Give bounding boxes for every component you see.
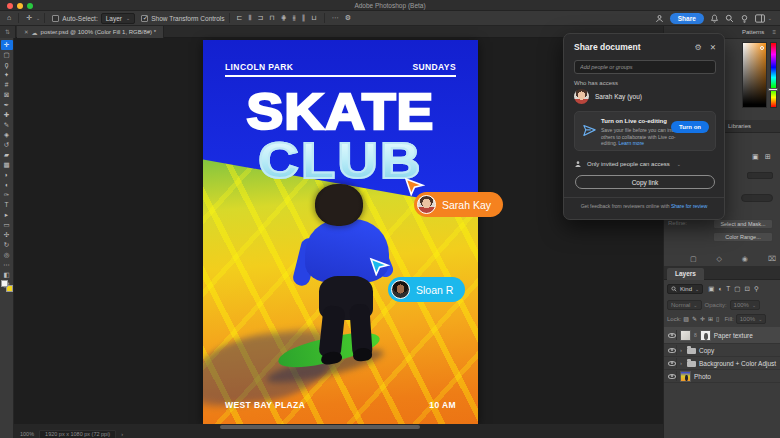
lock-position-icon[interactable]: ✛ [700, 315, 705, 322]
access-setting-row[interactable]: Only invited people can access ⌄ [574, 160, 681, 168]
document-tab[interactable]: ✕ ☁ poster.psd @ 100% (Color Fill 1, RGB… [17, 26, 164, 38]
tab-libraries[interactable]: Libraries [728, 123, 751, 129]
visibility-eye-icon[interactable] [667, 358, 677, 368]
group-expand-icon[interactable]: › [680, 347, 684, 353]
workspace-switcher-icon[interactable] [755, 14, 765, 23]
poster-document[interactable]: SKATE CLUB LINCOLN PARK SUNDAYS WEST BAY… [203, 40, 478, 424]
panel-menu-icon[interactable]: ≡ [772, 29, 776, 35]
filter-type-layers-icon[interactable]: T [726, 285, 730, 293]
type-tool[interactable]: T [1, 200, 13, 210]
tool-preset-chevron-icon[interactable]: ⌄ [36, 15, 40, 21]
filter-shape-layers-icon[interactable]: ▢ [734, 285, 740, 293]
scrollbar-thumb[interactable] [220, 425, 420, 429]
layer-thumbnail[interactable] [680, 330, 691, 341]
move-tool-preset-icon[interactable]: ✛ [26, 13, 32, 23]
blend-mode-dropdown[interactable]: Normal⌄ [667, 300, 702, 310]
brush-tool[interactable]: ✎ [1, 120, 13, 130]
move-tool[interactable]: ✛ [1, 40, 13, 50]
layer-row-photo[interactable]: Photo [664, 370, 780, 383]
add-people-input[interactable] [574, 60, 716, 74]
discover-icon[interactable] [740, 14, 749, 23]
collaborator-pill-sarah[interactable]: Sarah Kay [414, 192, 503, 217]
align-horizontal-centers-icon[interactable]: ⫴ [248, 13, 251, 23]
foreground-color-swatch[interactable] [1, 280, 8, 287]
path-selection-tool[interactable]: ▸ [1, 210, 13, 220]
blur-tool[interactable]: ◗ [1, 170, 13, 180]
mask-thumbnail-icon[interactable]: ▢ [690, 255, 697, 263]
healing-brush-tool[interactable]: ✚ [1, 110, 13, 120]
shape-tool[interactable]: ▭ [1, 220, 13, 230]
group-expand-icon[interactable]: › [680, 360, 684, 366]
copy-link-button[interactable]: Copy link [575, 175, 715, 189]
lock-transparency-icon[interactable]: ▨ [683, 315, 689, 322]
workspace-settings-gear-icon[interactable]: ⚙ [345, 13, 351, 23]
filter-smart-objects-icon[interactable]: ⊡ [744, 285, 749, 293]
marquee-tool[interactable]: ▢ [1, 50, 13, 60]
filter-pin-icon[interactable]: ⚲ [754, 285, 759, 293]
library-item-icon[interactable]: ▣ [752, 153, 759, 161]
notifications-bell-icon[interactable] [710, 14, 719, 23]
share-settings-gear-icon[interactable]: ⚙ [695, 43, 702, 52]
layer-row-paper-texture[interactable]: 8 Paper texture [664, 327, 780, 344]
lock-image-icon[interactable]: ✎ [692, 315, 697, 322]
more-options-icon[interactable]: ⋯ [332, 13, 339, 23]
color-range-button[interactable]: Color Range... [713, 232, 773, 242]
delete-mask-icon[interactable]: ⌧ [768, 255, 776, 263]
close-tab-icon[interactable]: ✕ [24, 29, 29, 35]
eraser-tool[interactable]: ▰ [1, 150, 13, 160]
eyedropper-tool[interactable]: ✒ [1, 100, 13, 110]
properties-field[interactable] [741, 194, 773, 202]
lock-all-icon[interactable]: ▯ [716, 315, 719, 322]
distribute-vertical-icon[interactable]: ⫵ [293, 13, 296, 23]
select-and-mask-button[interactable]: Select and Mask... [713, 219, 773, 229]
add-to-library-icon[interactable]: ⊞ [765, 153, 771, 161]
invite-people-icon[interactable] [655, 14, 664, 23]
align-bottom-edges-icon[interactable]: ⊔ [311, 13, 316, 23]
workspace-chevron-icon[interactable]: ⌄ [768, 15, 772, 21]
filter-adjustment-layers-icon[interactable]: ◐ [718, 285, 722, 293]
lock-artboard-icon[interactable]: ⊞ [708, 315, 713, 322]
turn-on-button[interactable]: Turn on [671, 121, 709, 133]
tab-layers[interactable]: Layers [667, 268, 704, 280]
gradient-tool[interactable]: ▩ [1, 160, 13, 170]
home-icon[interactable]: ⌂ [7, 13, 11, 23]
align-left-edges-icon[interactable]: ⊏ [237, 13, 243, 23]
dodge-tool[interactable]: ◖ [1, 180, 13, 190]
layer-mask-thumbnail[interactable] [700, 330, 711, 341]
clone-stamp-tool[interactable]: ◈ [1, 130, 13, 140]
quick-selection-tool[interactable]: ✦ [1, 70, 13, 80]
hue-slider-handle[interactable] [768, 88, 778, 91]
fill-dropdown[interactable]: 100%⌄ [736, 314, 767, 324]
frame-tool[interactable]: ⊠ [1, 90, 13, 100]
color-swatches[interactable] [1, 280, 13, 292]
align-right-edges-icon[interactable]: ⊐ [257, 13, 263, 23]
tab-patterns[interactable]: Patterns [742, 29, 764, 35]
properties-field[interactable] [747, 172, 773, 179]
opacity-dropdown[interactable]: 100%⌄ [730, 300, 761, 310]
layer-row-copy[interactable]: › Copy [664, 344, 780, 357]
layer-filter-dropdown[interactable]: Kind ⌄ [667, 284, 703, 294]
lasso-tool[interactable]: ϙ [1, 60, 13, 70]
auto-select-dropdown[interactable]: Layer⌄ [101, 13, 135, 24]
more-tools[interactable]: ⋯ [1, 260, 13, 270]
panel-collapse-icon[interactable]: ⇅ [0, 26, 16, 38]
distribute-horizontal-icon[interactable]: ⋕ [281, 13, 287, 23]
visibility-eye-icon[interactable] [667, 371, 677, 381]
zoom-level[interactable]: 100% [20, 431, 34, 437]
pen-tool[interactable]: ✑ [1, 190, 13, 200]
visibility-eye-icon[interactable] [667, 345, 677, 355]
collaborator-pill-sloan[interactable]: Sloan R [388, 277, 465, 302]
layer-row-background-color-adjust[interactable]: › Background + Color Adjust [664, 357, 780, 370]
hand-tool[interactable]: ✣ [1, 230, 13, 240]
history-brush-tool[interactable]: ↺ [1, 140, 13, 150]
color-picker-cursor[interactable] [760, 46, 764, 50]
color-picker-field[interactable] [742, 42, 767, 108]
search-icon[interactable] [725, 14, 734, 23]
intersect-mask-icon[interactable]: ◇ [717, 255, 722, 263]
rotate-view-tool[interactable]: ↻ [1, 240, 13, 250]
quick-mask-icon[interactable]: ◧ [1, 270, 13, 280]
status-chevron-icon[interactable]: › [121, 431, 123, 437]
share-button[interactable]: Share [670, 13, 704, 24]
visibility-eye-icon[interactable] [667, 330, 677, 340]
auto-select-checkbox[interactable] [52, 15, 59, 22]
